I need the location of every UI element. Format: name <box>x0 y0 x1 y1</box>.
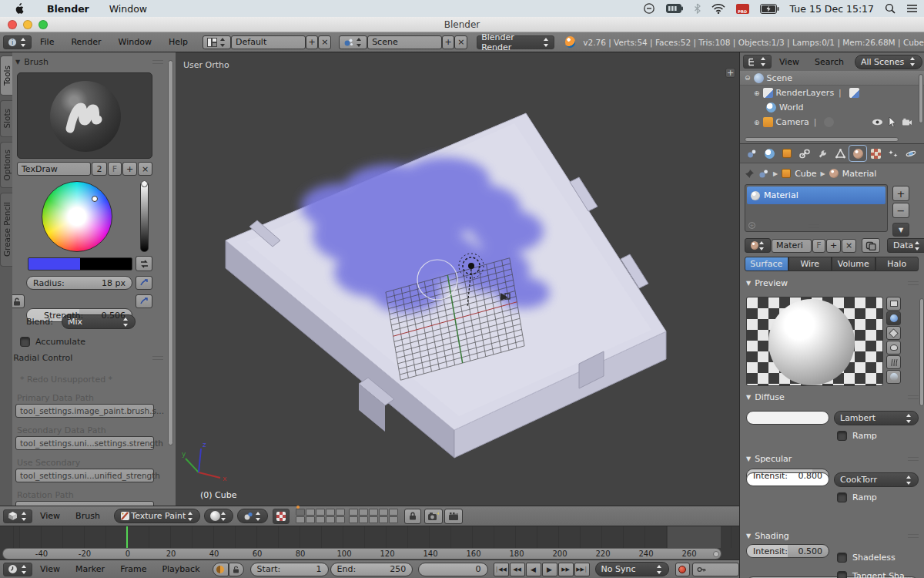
screen-layout-name-field[interactable]: Default <box>231 35 306 49</box>
outliner-vscrollbar[interactable] <box>919 74 923 123</box>
preview-panel-header[interactable]: ▼ Preview <box>746 278 919 288</box>
type-tab-wire[interactable]: Wire <box>788 257 832 271</box>
renderability-camera-icon[interactable] <box>902 118 912 126</box>
nodes-toggle-button[interactable] <box>862 238 880 253</box>
radius-slider[interactable]: Radius: 18 px <box>26 276 132 290</box>
list-resize-grip[interactable] <box>808 224 819 228</box>
expand-plus-icon[interactable]: ⊕ <box>754 89 760 97</box>
material-unlink-button[interactable]: × <box>842 239 856 253</box>
diffuse-intensity-slider[interactable]: Intensit: 0.800 <box>746 469 829 482</box>
lock-frame-range-toggle[interactable] <box>229 563 244 576</box>
tab-render-icon[interactable] <box>743 146 760 161</box>
editor-type-info-button[interactable]: i <box>3 35 32 49</box>
battery-icon[interactable] <box>760 2 779 15</box>
panel-grip-icon[interactable] <box>152 60 163 64</box>
specular-shader-select[interactable]: CookTorr <box>834 472 919 487</box>
type-tab-volume[interactable]: Volume <box>832 257 875 271</box>
tab-object-icon[interactable] <box>778 146 795 161</box>
color-wheel[interactable] <box>42 181 112 252</box>
brush-fake-user-button[interactable]: F <box>108 162 122 176</box>
value-slider-handle[interactable] <box>141 180 148 187</box>
shadeless-checkbox[interactable] <box>837 553 847 563</box>
do-not-disturb-icon[interactable] <box>643 2 655 15</box>
brush-users-button[interactable]: 2 <box>92 162 107 176</box>
timeline-track[interactable] <box>0 526 739 548</box>
jump-to-end-button[interactable]: ▶▶⏐ <box>574 563 590 576</box>
window-titlebar[interactable]: Blender <box>0 17 924 32</box>
radius-pressure-toggle[interactable] <box>136 276 152 290</box>
lock-to-scene-toggle[interactable] <box>404 509 421 524</box>
accumulate-checkbox[interactable] <box>20 337 30 347</box>
current-frame-field[interactable]: 0 <box>418 563 487 576</box>
diffuse-color-swatch[interactable] <box>746 411 829 425</box>
mode-select[interactable]: Texture Paint <box>114 509 200 523</box>
tab-particles-icon[interactable] <box>885 146 902 161</box>
selectability-cursor-icon[interactable] <box>889 117 896 127</box>
viewport-shading-select[interactable] <box>204 509 233 523</box>
type-tab-surface[interactable]: Surface <box>745 257 788 271</box>
menubar-window-menu[interactable]: Window <box>109 3 147 15</box>
visibility-eye-icon[interactable] <box>872 119 883 126</box>
brush-preview[interactable] <box>17 72 152 159</box>
opengl-render-animation-button[interactable] <box>444 509 463 524</box>
editor-type-outliner-button[interactable] <box>743 55 772 69</box>
pivot-point-select[interactable] <box>237 509 268 523</box>
timeline-playhead[interactable] <box>126 526 128 548</box>
slot-remove-button[interactable]: − <box>892 203 909 218</box>
scene-name-field[interactable]: Scene <box>367 35 442 49</box>
outliner-hscrollbar[interactable] <box>745 137 899 142</box>
diffuse-panel-header[interactable]: ▼ Diffuse <box>746 392 919 402</box>
tangent-shading-checkbox[interactable] <box>837 571 847 578</box>
swap-colors-button[interactable] <box>136 256 152 271</box>
slot-link-icon[interactable]: + <box>748 222 755 229</box>
brush-add-button[interactable]: + <box>122 162 137 176</box>
menubar-app-menu[interactable]: Blender <box>47 3 89 15</box>
context-scene-icon[interactable] <box>758 169 769 179</box>
breadcrumb-material-name[interactable]: Material <box>842 169 877 179</box>
notification-center-icon[interactable] <box>906 2 918 15</box>
value-slider[interactable] <box>140 181 149 252</box>
primary-path-field[interactable]: tool_settings.image_paint.brush.s... <box>15 404 154 418</box>
scene-delete-button[interactable]: × <box>454 35 467 49</box>
timeline-menu-view[interactable]: View <box>40 564 60 574</box>
brush-color-swatch[interactable] <box>28 257 132 271</box>
scene-add-button[interactable]: + <box>442 35 455 49</box>
bluetooth-icon[interactable] <box>694 2 701 15</box>
tab-constraints-icon[interactable] <box>796 146 813 161</box>
view3d-menu-brush[interactable]: Brush <box>75 511 100 521</box>
menubar-clock[interactable]: Tue 15 Dec 15:17 <box>790 3 874 15</box>
preview-sphere-button[interactable] <box>886 311 901 325</box>
apple-menu-icon[interactable] <box>14 2 24 15</box>
screen-layout-browse-button[interactable] <box>203 35 231 49</box>
outliner-row-world[interactable]: World <box>740 100 924 115</box>
wifi-icon[interactable] <box>711 2 725 15</box>
menu-file[interactable]: File <box>40 37 54 47</box>
layers-group-1[interactable] <box>296 509 345 523</box>
prev-keyframe-button[interactable]: ◀◀ <box>510 563 525 576</box>
preview-cube-button[interactable] <box>886 326 901 340</box>
use-secondary-field[interactable]: tool_settings.uni...unified_strength <box>15 469 154 482</box>
outliner-row-camera[interactable]: ⊕ Camera | <box>740 115 924 129</box>
preview-sky-button[interactable] <box>886 370 901 384</box>
renderlayer-toggle-icon[interactable] <box>849 88 859 98</box>
preview-range-toggle[interactable] <box>213 563 229 576</box>
start-frame-field[interactable]: Start: 1 <box>250 563 329 576</box>
scene-browse-button[interactable] <box>339 35 367 49</box>
outliner-filter-select[interactable]: All Scenes <box>855 55 922 69</box>
next-keyframe-button[interactable]: ▶▶ <box>558 563 574 576</box>
timeline-ruler[interactable]: -40 -20 0 20 40 60 80 100 120 140 160 18… <box>2 548 721 560</box>
panel-grip-icon[interactable] <box>908 457 919 461</box>
menu-window[interactable]: Window <box>119 37 152 47</box>
material-add-button[interactable]: + <box>826 239 841 253</box>
specular-ramp-checkbox[interactable] <box>837 492 847 502</box>
ruler-scroll-cap[interactable] <box>713 551 719 557</box>
tab-grease-pencil[interactable]: Grease Pencil <box>0 193 12 267</box>
tab-options[interactable]: Options <box>0 142 12 188</box>
tool-shelf-scrollbar[interactable] <box>168 60 173 445</box>
outliner-menu-view[interactable]: View <box>779 57 799 67</box>
slot-specials-menu-button[interactable]: ▼ <box>892 223 909 237</box>
tab-slots[interactable]: Slots <box>0 100 12 137</box>
layers-group-2[interactable] <box>349 509 398 523</box>
collapse-minus-icon[interactable]: ⊖ <box>745 74 751 82</box>
tab-world-icon[interactable] <box>761 146 778 161</box>
